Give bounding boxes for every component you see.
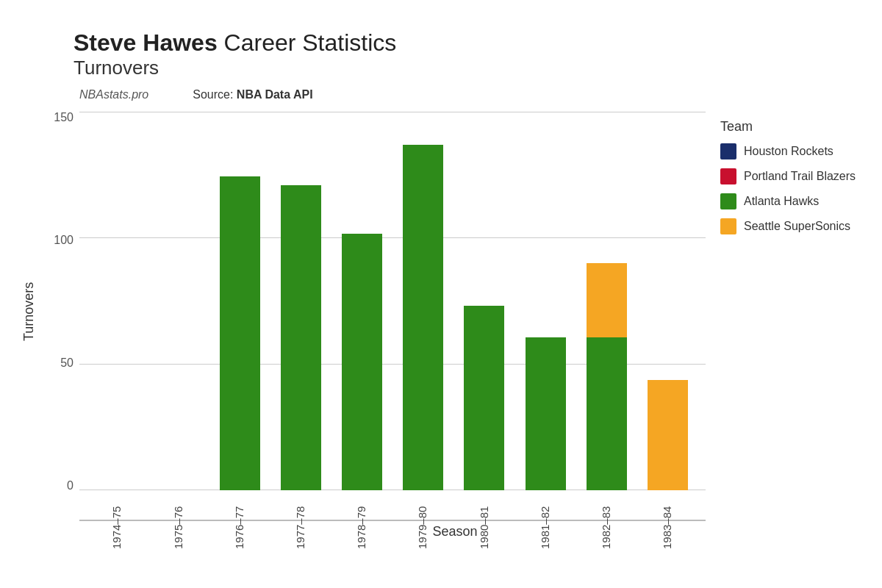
x-label: 1975–76 [173, 490, 185, 549]
legend-item-label: Seattle SuperSonics [744, 220, 850, 233]
x-label-wrap: 1983–84 [637, 490, 698, 549]
chart-container: Steve Hawes Career Statistics Turnovers … [0, 0, 882, 588]
bar-group [209, 176, 270, 490]
bars-row [79, 112, 706, 490]
x-labels: 1974–751975–761976–771977–781978–791979–… [79, 490, 706, 520]
subtitle: Turnovers [74, 57, 867, 79]
bar-segment [220, 176, 260, 490]
bar-stack [648, 380, 688, 490]
x-label: 1976–77 [234, 490, 246, 549]
x-label: 1982–83 [600, 490, 613, 549]
y-tick-label: 0 [67, 480, 74, 492]
source-line: NBAstats.pro Source: NBA Data API [43, 84, 867, 106]
plot-area: 1974–751975–761976–771977–781978–791979–… [79, 112, 706, 521]
x-label: 1979–80 [417, 490, 429, 549]
title-area: Steve Hawes Career Statistics Turnovers [15, 29, 867, 79]
bar-segment [342, 234, 382, 490]
chart-inner: NBAstats.pro Source: NBA Data API 150100… [43, 84, 867, 539]
y-ticks: 150100500 [43, 112, 79, 521]
bar-group [392, 145, 453, 490]
x-label-wrap: 1980–81 [453, 490, 514, 549]
y-tick-label: 100 [54, 234, 74, 246]
legend-item-label: Houston Rockets [744, 145, 833, 158]
bar-group [331, 234, 392, 490]
source-label: Source: [193, 88, 237, 101]
legend-item: Houston Rockets [720, 143, 867, 159]
title-rest: Career Statistics [218, 29, 397, 56]
plot-area-wrap: 150100500 1974–751975–761976–771977–7819… [43, 112, 867, 521]
bar-segment [648, 380, 688, 490]
x-label-wrap: 1978–79 [331, 490, 392, 549]
legend-item: Portland Trail Blazers [720, 168, 867, 184]
legend-color-box [720, 218, 736, 234]
legend-item: Atlanta Hawks [720, 193, 867, 209]
x-label-wrap: 1975–76 [148, 490, 209, 549]
bar-segment [526, 337, 566, 490]
y-axis-label: Turnovers [15, 84, 43, 539]
legend-item: Seattle SuperSonics [720, 218, 867, 234]
legend: Team Houston RocketsPortland Trail Blaze… [706, 112, 867, 521]
bar-stack [281, 185, 321, 490]
bar-stack [464, 306, 504, 490]
x-label-wrap: 1977–78 [270, 490, 331, 549]
bar-stack [342, 234, 382, 490]
bar-group [270, 185, 331, 490]
chart-body: Turnovers NBAstats.pro Source: NBA Data … [15, 84, 867, 539]
y-tick-label: 50 [60, 357, 74, 369]
legend-color-box [720, 193, 736, 209]
bar-group [453, 306, 514, 490]
bar-segment [281, 185, 321, 490]
source-api: Source: NBA Data API [193, 88, 312, 101]
bar-group [514, 337, 576, 490]
legend-item-label: Atlanta Hawks [744, 195, 819, 208]
source-nbastats: NBAstats.pro [79, 88, 148, 101]
x-label-wrap: 1982–83 [576, 490, 637, 549]
bar-segment [587, 263, 627, 337]
bar-stack [526, 337, 566, 490]
bar-group [576, 263, 637, 490]
x-label: 1980–81 [478, 490, 491, 549]
bar-segment [464, 306, 504, 490]
x-label-wrap: 1974–75 [87, 490, 148, 549]
legend-title: Team [720, 119, 867, 135]
title-bold: Steve Hawes [74, 29, 218, 56]
legend-items: Houston RocketsPortland Trail BlazersAtl… [720, 143, 867, 234]
x-label-wrap: 1979–80 [392, 490, 453, 549]
bar-stack [403, 145, 443, 490]
bar-segment [403, 145, 443, 490]
legend-item-label: Portland Trail Blazers [744, 170, 856, 183]
main-title: Steve Hawes Career Statistics [74, 29, 867, 57]
x-label: 1974–75 [111, 490, 123, 549]
x-label: 1981–82 [539, 490, 552, 549]
x-label: 1978–79 [356, 490, 368, 549]
bar-stack [587, 263, 627, 490]
bar-stack [220, 176, 260, 490]
x-label: 1977–78 [295, 490, 307, 549]
x-label-wrap: 1976–77 [209, 490, 270, 549]
legend-color-box [720, 143, 736, 159]
x-label: 1983–84 [662, 490, 674, 549]
y-tick-label: 150 [54, 112, 74, 123]
source-api-bold: NBA Data API [237, 88, 313, 101]
legend-color-box [720, 168, 736, 184]
bar-segment [587, 337, 627, 490]
x-label-wrap: 1981–82 [514, 490, 576, 549]
bar-group [637, 380, 698, 490]
